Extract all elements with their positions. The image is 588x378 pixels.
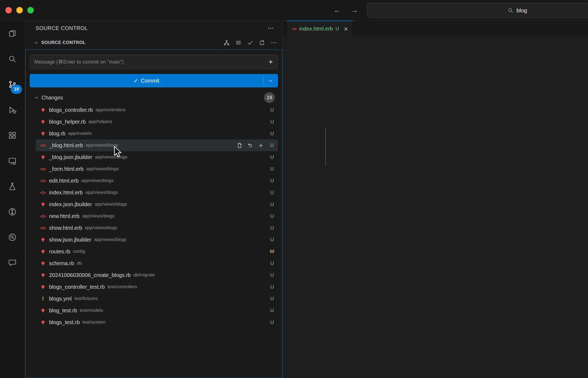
file-row[interactable]: blogs_controller_test.rbtest/controllers… [36, 281, 278, 293]
file-row[interactable]: !blogs.ymltest/fixturesU [36, 293, 278, 305]
activity-explorer[interactable] [0, 21, 25, 46]
ruby-file-icon [39, 202, 46, 207]
ruby-file-icon [39, 107, 46, 113]
file-name: _form.html.erb [49, 166, 84, 172]
titlebar-search-input[interactable] [516, 7, 535, 14]
view-as-scm-graph-icon[interactable] [223, 39, 230, 46]
history-back-button[interactable]: ← [334, 6, 341, 14]
file-name: 20241006030006_create_blogs.rb [49, 272, 131, 278]
file-path: app/views/blogs [86, 166, 266, 172]
files-icon [8, 29, 17, 38]
file-name: blogs_controller.rb [49, 107, 93, 113]
search-icon [8, 54, 17, 64]
close-tab-icon[interactable]: × [344, 25, 348, 32]
file-name: edit.html.erb [49, 178, 79, 184]
file-row[interactable]: routes.rbconfigM [36, 246, 278, 257]
file-path: test/controllers [107, 284, 266, 290]
file-path: db [77, 261, 266, 266]
file-row[interactable]: show.json.jbuilderapp/views/blogsU [36, 234, 278, 246]
stage-changes-icon[interactable] [258, 142, 264, 149]
erb-file-icon: <> [39, 166, 46, 172]
file-name: new.html.erb [49, 213, 79, 219]
git-status-untracked: U [269, 201, 275, 207]
activity-source-control[interactable]: 19 [0, 72, 25, 97]
file-row[interactable]: 20241006030006_create_blogs.rbdb/migrate… [36, 269, 278, 281]
activity-extensions[interactable] [0, 123, 25, 148]
file-row[interactable]: <>_blog.html.erbapp/views/blogsU [36, 139, 278, 151]
file-name: schema.rb [49, 260, 74, 266]
chevron-down-icon [34, 40, 39, 45]
file-name: blogs_test.rb [49, 319, 80, 325]
file-name: index.html.erb [49, 190, 83, 196]
tab-index-html-erb[interactable]: <> index.html.erb U × [287, 21, 353, 36]
file-row[interactable]: schema.rbdbU [36, 257, 278, 269]
titlebar: ← → [0, 0, 588, 21]
file-path: app/views/blogs [85, 225, 266, 231]
file-row[interactable]: <>_form.html.erbapp/views/blogsU [36, 163, 278, 175]
scm-section-header[interactable]: SOURCE CONTROL [25, 36, 282, 50]
git-status-untracked: U [269, 213, 275, 219]
testing-icon [8, 182, 17, 191]
commit-dropdown-button[interactable] [263, 78, 278, 83]
open-file-icon[interactable] [236, 142, 243, 149]
history-forward-button[interactable]: → [351, 6, 358, 14]
activity-comments[interactable] [0, 250, 25, 275]
file-row[interactable]: <>show.html.erbapp/views/blogsU [36, 222, 278, 234]
check-icon: ✓ [134, 77, 138, 84]
activity-remote-explorer[interactable] [0, 148, 25, 173]
file-row[interactable]: blog.rbapp/modelsU [36, 128, 278, 139]
file-path: app/views/blogs [86, 143, 234, 148]
activity-search[interactable] [0, 46, 25, 72]
activity-scm-badge: 19 [11, 85, 22, 94]
circle-branch-icon [8, 207, 17, 216]
activity-bar: 19 [0, 21, 25, 378]
changes-label: Changes [42, 95, 262, 101]
commit-all-icon[interactable] [247, 39, 254, 46]
file-path: app/models [68, 131, 266, 136]
git-status-untracked: U [269, 142, 275, 148]
tab-git-status: U [336, 26, 339, 32]
file-row[interactable]: blogs_test.rbtest/systemU [36, 316, 278, 328]
file-row[interactable]: _blog.json.jbuilderapp/views/blogsU [36, 151, 278, 163]
copilot-sparkle-icon[interactable] [267, 59, 274, 65]
chevron-down-icon [34, 95, 39, 100]
commit-message-input[interactable] [34, 59, 265, 65]
file-row[interactable]: blog_test.rbtest/modelsU [36, 305, 278, 316]
file-row[interactable]: blogs_controller.rbapp/controllersU [36, 104, 278, 116]
comments-icon [8, 258, 17, 267]
erb-file-icon: <> [39, 225, 46, 231]
refresh-icon[interactable] [259, 39, 265, 46]
activity-run-and-debug[interactable] [0, 97, 25, 123]
chevron-down-icon [268, 78, 273, 83]
commit-button-main[interactable]: ✓ Commit [30, 77, 263, 84]
code-editor[interactable] [283, 50, 588, 378]
file-name: routes.rb [49, 249, 70, 255]
commit-button-label: Commit [141, 78, 159, 84]
tab-bar: <> index.html.erb U × [283, 21, 588, 36]
breadcrumbs [283, 36, 588, 50]
changes-section-header[interactable]: Changes 19 [30, 92, 278, 103]
file-row[interactable]: <>new.html.erbapp/views/blogsU [36, 210, 278, 222]
ruby-file-icon [39, 320, 46, 325]
discard-changes-icon[interactable] [247, 142, 253, 149]
zoom-button[interactable] [27, 7, 34, 13]
panel-more-actions-icon[interactable] [267, 25, 274, 32]
file-path: app/views/blogs [95, 154, 266, 160]
git-status-untracked: U [269, 119, 275, 125]
minimize-button[interactable] [16, 7, 23, 13]
titlebar-search-box[interactable] [367, 3, 588, 18]
file-row[interactable]: <>edit.html.erbapp/views/blogsU [36, 175, 278, 187]
activity-testing[interactable] [0, 173, 25, 199]
activity-code-search[interactable] [0, 224, 25, 250]
view-as-list-icon[interactable] [235, 39, 242, 46]
activity-source-control-graph[interactable] [0, 199, 25, 224]
file-path: test/system [83, 320, 266, 325]
git-status-untracked: U [269, 319, 275, 325]
file-row[interactable]: blogs_helper.rbapp/helpersU [36, 116, 278, 128]
more-actions-icon[interactable] [270, 39, 277, 46]
ruby-file-icon [39, 261, 46, 266]
file-row[interactable]: index.json.jbuilderapp/views/blogsU [36, 198, 278, 210]
close-button[interactable] [5, 7, 12, 13]
file-row[interactable]: <>index.html.erbapp/views/blogsU [36, 187, 278, 198]
commit-button[interactable]: ✓ Commit [30, 74, 278, 87]
